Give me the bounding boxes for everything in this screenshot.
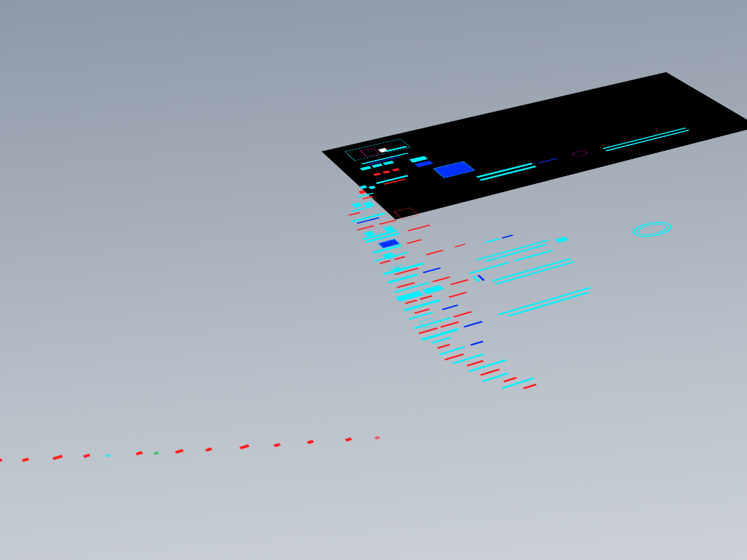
drawing-element [432, 337, 452, 344]
drawing-element [83, 453, 91, 458]
drawing-element [404, 300, 418, 305]
drawing-element [440, 321, 460, 328]
drawing-element [53, 455, 63, 460]
drawing-element [442, 305, 458, 310]
drawing-element [345, 437, 352, 441]
drawing-element [508, 292, 590, 317]
drawing-element [379, 260, 391, 265]
drawing-element [135, 451, 143, 455]
drawing-element [357, 225, 375, 231]
drawing-element [463, 321, 483, 328]
drawing-element [491, 258, 571, 281]
drawing-element [395, 291, 424, 302]
drawing-element [450, 279, 469, 286]
drawing-element [239, 444, 250, 450]
drawing-element [425, 250, 444, 255]
drawing-element [22, 458, 29, 462]
drawing-element [503, 377, 517, 382]
drawing-element [468, 359, 508, 373]
drawing-element [501, 234, 513, 239]
drawing-element [273, 443, 281, 447]
drawing-element [470, 341, 484, 346]
drawing-element [420, 295, 433, 300]
drawing-element [0, 458, 3, 462]
drawing-element [449, 292, 468, 298]
drawing-element [351, 202, 362, 208]
drawing-element [374, 436, 381, 440]
drawing-element [407, 225, 430, 232]
drawing-element [348, 212, 360, 215]
drawing-element [523, 384, 537, 389]
drawing-element [105, 453, 112, 458]
drawing-element [498, 287, 592, 315]
drawing-element [432, 276, 451, 283]
drawing-element [423, 267, 442, 273]
drawing-element [153, 451, 159, 455]
drawing-element [495, 261, 575, 285]
drawing-element [379, 220, 397, 225]
drawing-element [418, 328, 438, 335]
drawing-element [555, 236, 569, 243]
drawing-element [468, 262, 509, 274]
drawing-element [307, 440, 315, 444]
drawing-element [453, 311, 472, 317]
drawing-element [454, 244, 466, 247]
drawing-element [466, 360, 484, 366]
drawing-element [422, 285, 444, 294]
drawing-element [480, 368, 500, 376]
drawing-element [175, 449, 184, 454]
drawing-element [437, 344, 451, 349]
cad-viewport[interactable] [0, 0, 747, 560]
drawing-element [205, 448, 213, 452]
drawing-element [406, 239, 423, 244]
drawing-element [485, 238, 501, 243]
